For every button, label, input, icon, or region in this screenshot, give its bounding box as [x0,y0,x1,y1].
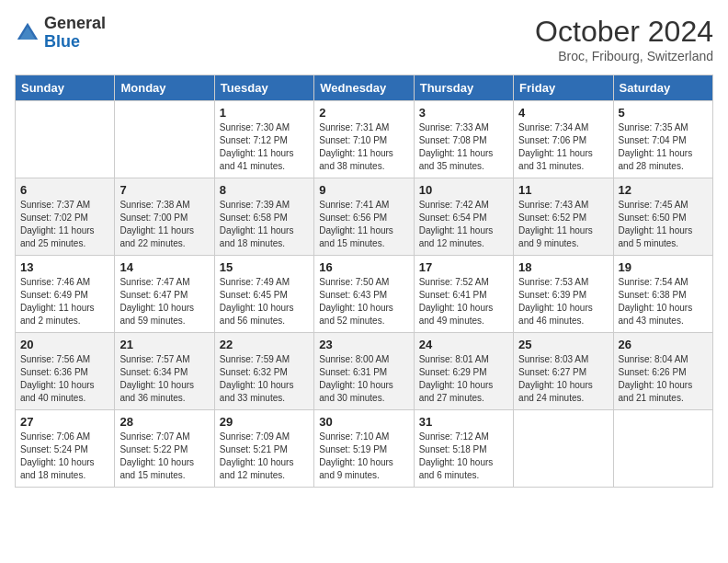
day-info: Sunrise: 7:09 AMSunset: 5:21 PMDaylight:… [220,431,309,482]
month-title: October 2024 [535,15,713,49]
day-number: 24 [419,338,508,351]
day-number: 20 [20,338,109,351]
calendar-cell: 21Sunrise: 7:57 AMSunset: 6:34 PMDayligh… [115,333,214,410]
day-number: 2 [319,106,408,120]
day-number: 17 [419,260,508,274]
calendar-cell: 5Sunrise: 7:35 AMSunset: 7:04 PMDaylight… [613,101,712,178]
day-info: Sunrise: 7:38 AMSunset: 7:00 PMDaylight:… [119,199,209,250]
calendar-cell: 27Sunrise: 7:06 AMSunset: 5:24 PMDayligh… [16,410,115,488]
day-number: 10 [419,183,508,197]
day-number: 7 [119,183,209,197]
day-number: 22 [220,338,309,351]
day-number: 3 [419,106,508,120]
calendar-cell: 24Sunrise: 8:01 AMSunset: 6:29 PMDayligh… [414,333,513,410]
calendar-cell: 13Sunrise: 7:46 AMSunset: 6:49 PMDayligh… [16,256,115,333]
day-info: Sunrise: 7:53 AMSunset: 6:39 PMDaylight:… [518,276,608,327]
day-header-monday: Monday [115,75,214,101]
day-info: Sunrise: 7:39 AMSunset: 6:58 PMDaylight:… [220,199,309,250]
calendar-cell: 3Sunrise: 7:33 AMSunset: 7:08 PMDaylight… [414,101,513,178]
day-info: Sunrise: 7:56 AMSunset: 6:36 PMDaylight:… [20,353,109,405]
calendar-cell: 14Sunrise: 7:47 AMSunset: 6:47 PMDayligh… [115,256,214,333]
day-info: Sunrise: 7:54 AMSunset: 6:38 PMDaylight:… [619,276,708,327]
day-number: 12 [619,183,708,197]
day-info: Sunrise: 7:07 AMSunset: 5:22 PMDaylight:… [119,431,209,482]
day-info: Sunrise: 7:37 AMSunset: 7:02 PMDaylight:… [20,199,109,250]
day-header-tuesday: Tuesday [214,75,313,101]
day-number: 19 [619,260,708,274]
day-info: Sunrise: 7:31 AMSunset: 7:10 PMDaylight:… [319,121,408,173]
calendar-cell: 30Sunrise: 7:10 AMSunset: 5:19 PMDayligh… [314,410,414,488]
calendar-cell: 2Sunrise: 7:31 AMSunset: 7:10 PMDaylight… [314,101,414,178]
day-number: 8 [220,183,309,197]
week-row-4: 20Sunrise: 7:56 AMSunset: 6:36 PMDayligh… [16,333,713,410]
day-number: 11 [518,183,608,197]
day-number: 28 [119,415,209,429]
day-info: Sunrise: 7:42 AMSunset: 6:54 PMDaylight:… [419,199,508,250]
day-info: Sunrise: 7:45 AMSunset: 6:50 PMDaylight:… [619,199,708,250]
calendar-cell: 12Sunrise: 7:45 AMSunset: 6:50 PMDayligh… [613,178,712,256]
logo-text: General Blue [44,15,106,52]
day-info: Sunrise: 8:01 AMSunset: 6:29 PMDaylight:… [419,353,508,405]
calendar-cell: 4Sunrise: 7:34 AMSunset: 7:06 PMDaylight… [514,101,613,178]
week-row-5: 27Sunrise: 7:06 AMSunset: 5:24 PMDayligh… [16,410,713,488]
day-info: Sunrise: 7:34 AMSunset: 7:06 PMDaylight:… [518,121,608,173]
day-number: 21 [119,338,209,351]
day-number: 31 [419,415,508,429]
day-number: 23 [319,338,408,351]
day-number: 4 [518,106,608,120]
calendar-cell [16,101,115,178]
calendar-cell: 1Sunrise: 7:30 AMSunset: 7:12 PMDaylight… [214,101,313,178]
day-info: Sunrise: 7:06 AMSunset: 5:24 PMDaylight:… [20,431,109,482]
calendar-cell: 18Sunrise: 7:53 AMSunset: 6:39 PMDayligh… [514,256,613,333]
day-number: 26 [619,338,708,351]
day-number: 16 [319,260,408,274]
logo-icon [15,20,40,46]
day-info: Sunrise: 7:49 AMSunset: 6:45 PMDaylight:… [220,276,309,327]
calendar-cell: 25Sunrise: 8:03 AMSunset: 6:27 PMDayligh… [514,333,613,410]
day-number: 1 [220,106,309,120]
day-info: Sunrise: 7:46 AMSunset: 6:49 PMDaylight:… [20,276,109,327]
calendar-cell: 29Sunrise: 7:09 AMSunset: 5:21 PMDayligh… [214,410,313,488]
week-row-1: 1Sunrise: 7:30 AMSunset: 7:12 PMDaylight… [16,101,713,178]
day-info: Sunrise: 8:03 AMSunset: 6:27 PMDaylight:… [518,353,608,405]
calendar-table: SundayMondayTuesdayWednesdayThursdayFrid… [15,75,713,488]
day-header-wednesday: Wednesday [314,75,414,101]
day-header-sunday: Sunday [16,75,115,101]
calendar-cell: 23Sunrise: 8:00 AMSunset: 6:31 PMDayligh… [314,333,414,410]
calendar-cell: 7Sunrise: 7:38 AMSunset: 7:00 PMDaylight… [115,178,214,256]
calendar-cell: 10Sunrise: 7:42 AMSunset: 6:54 PMDayligh… [414,178,513,256]
calendar-cell: 11Sunrise: 7:43 AMSunset: 6:52 PMDayligh… [514,178,613,256]
day-info: Sunrise: 8:00 AMSunset: 6:31 PMDaylight:… [319,353,408,405]
calendar-cell: 28Sunrise: 7:07 AMSunset: 5:22 PMDayligh… [115,410,214,488]
day-info: Sunrise: 7:50 AMSunset: 6:43 PMDaylight:… [319,276,408,327]
location: Broc, Fribourg, Switzerland [535,49,713,63]
calendar-cell [613,410,712,488]
day-header-friday: Friday [514,75,613,101]
week-row-2: 6Sunrise: 7:37 AMSunset: 7:02 PMDaylight… [16,178,713,256]
day-info: Sunrise: 7:35 AMSunset: 7:04 PMDaylight:… [619,121,708,173]
day-info: Sunrise: 7:47 AMSunset: 6:47 PMDaylight:… [119,276,209,327]
day-info: Sunrise: 7:43 AMSunset: 6:52 PMDaylight:… [518,199,608,250]
day-number: 5 [619,106,708,120]
calendar-cell: 31Sunrise: 7:12 AMSunset: 5:18 PMDayligh… [414,410,513,488]
day-info: Sunrise: 7:59 AMSunset: 6:32 PMDaylight:… [220,353,309,405]
day-number: 9 [319,183,408,197]
calendar-cell: 20Sunrise: 7:56 AMSunset: 6:36 PMDayligh… [16,333,115,410]
day-number: 27 [20,415,109,429]
day-info: Sunrise: 7:33 AMSunset: 7:08 PMDaylight:… [419,121,508,173]
calendar-cell: 16Sunrise: 7:50 AMSunset: 6:43 PMDayligh… [314,256,414,333]
day-info: Sunrise: 7:30 AMSunset: 7:12 PMDaylight:… [220,121,309,173]
title-block: October 2024 Broc, Fribourg, Switzerland [535,15,713,63]
calendar-cell: 6Sunrise: 7:37 AMSunset: 7:02 PMDaylight… [16,178,115,256]
day-header-saturday: Saturday [613,75,712,101]
day-info: Sunrise: 8:04 AMSunset: 6:26 PMDaylight:… [619,353,708,405]
week-row-3: 13Sunrise: 7:46 AMSunset: 6:49 PMDayligh… [16,256,713,333]
logo: General Blue [15,15,106,52]
day-number: 14 [119,260,209,274]
day-number: 29 [220,415,309,429]
calendar-cell: 8Sunrise: 7:39 AMSunset: 6:58 PMDaylight… [214,178,313,256]
day-number: 13 [20,260,109,274]
header-row: SundayMondayTuesdayWednesdayThursdayFrid… [16,75,713,101]
calendar-cell: 17Sunrise: 7:52 AMSunset: 6:41 PMDayligh… [414,256,513,333]
calendar-cell [115,101,214,178]
